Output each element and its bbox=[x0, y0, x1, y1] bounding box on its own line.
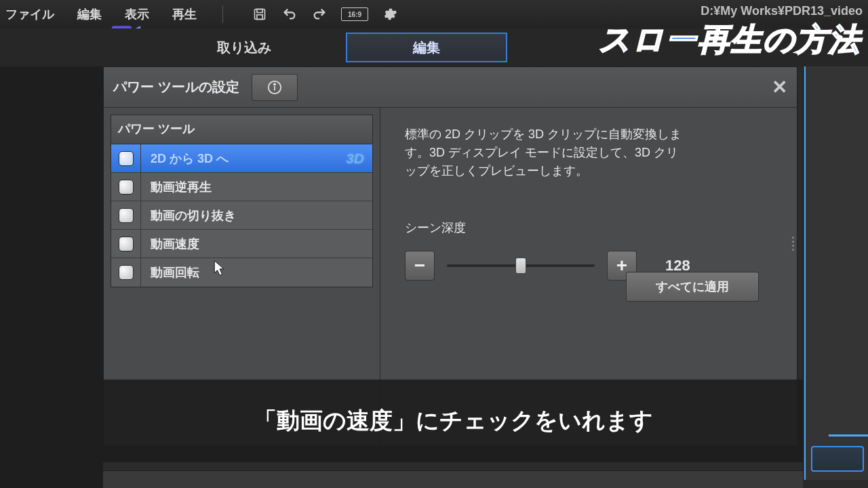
settings-icon[interactable] bbox=[382, 6, 398, 22]
checkbox[interactable] bbox=[111, 258, 141, 287]
preview-action-button[interactable] bbox=[811, 446, 864, 472]
menu-edit[interactable]: 編集 bbox=[77, 6, 102, 22]
slider-label: シーン深度 bbox=[405, 220, 772, 236]
panel-title: パワー ツールの設定 bbox=[113, 78, 239, 96]
tool-row-speed[interactable]: 動画速度 bbox=[111, 230, 372, 258]
panel-header: パワー ツールの設定 ✕ bbox=[104, 67, 797, 108]
tool-list: パワー ツール 2D から 3D へ 3D 動画逆再生 動画の切り抜き bbox=[111, 115, 373, 287]
tool-label: 動画速度 bbox=[141, 236, 372, 252]
tool-label: 動画逆再生 bbox=[141, 179, 372, 195]
menu-play[interactable]: 再生 bbox=[172, 6, 197, 22]
tool-description: 標準の 2D クリップを 3D クリップに自動変換します。3D ディスプレイ モ… bbox=[405, 125, 690, 180]
undo-icon[interactable] bbox=[281, 6, 298, 22]
tool-list-header: パワー ツール bbox=[111, 115, 372, 144]
checkbox[interactable] bbox=[111, 173, 141, 201]
close-icon[interactable]: ✕ bbox=[772, 76, 787, 98]
subtitle-text: 「動画の速度」にチェックをいれます bbox=[254, 405, 653, 436]
subtitle-bar: 「動画の速度」にチェックをいれます bbox=[103, 380, 803, 462]
left-strip bbox=[0, 0, 103, 488]
checkbox[interactable] bbox=[111, 230, 141, 258]
tab-edit[interactable]: 編集 bbox=[346, 33, 507, 62]
menu-file[interactable]: ファイル bbox=[5, 6, 54, 22]
tool-row-crop[interactable]: 動画の切り抜き bbox=[111, 201, 372, 230]
redo-icon[interactable] bbox=[311, 6, 328, 22]
info-button[interactable] bbox=[252, 74, 298, 101]
resize-grip-icon[interactable] bbox=[792, 237, 794, 251]
minus-button[interactable]: − bbox=[405, 251, 435, 281]
toolbar-icons: 16:9 bbox=[252, 6, 398, 22]
svg-rect-1 bbox=[257, 9, 262, 13]
separator bbox=[222, 5, 223, 23]
svg-point-6 bbox=[273, 83, 275, 85]
slider-track[interactable] bbox=[447, 264, 595, 267]
checkbox[interactable] bbox=[111, 144, 141, 172]
preview-pane bbox=[804, 66, 868, 480]
tool-row-reverse[interactable]: 動画逆再生 bbox=[111, 173, 372, 201]
tool-label: 動画の切り抜き bbox=[141, 207, 372, 224]
main-menu: ファイル 編集 表示 再生 16:9 bbox=[5, 5, 398, 23]
slider-thumb[interactable] bbox=[515, 258, 526, 274]
tool-label: 2D から 3D へ bbox=[141, 150, 346, 167]
tool-row-2d-to-3d[interactable]: 2D から 3D へ 3D bbox=[111, 144, 372, 173]
checkbox[interactable] bbox=[111, 201, 141, 229]
progress-line bbox=[829, 434, 868, 436]
badge-3d-icon: 3D bbox=[346, 150, 364, 167]
aspect-ratio-icon[interactable]: 16:9 bbox=[341, 7, 368, 21]
app-root: ファイル 編集 表示 再生 16:9 D:¥My Works¥PDR13_vid… bbox=[0, 0, 868, 488]
tab-import[interactable]: 取り込み bbox=[217, 39, 271, 57]
project-path: D:¥My Works¥PDR13_video bbox=[701, 4, 863, 18]
svg-rect-2 bbox=[257, 15, 262, 20]
tool-label: 動画回転 bbox=[141, 264, 372, 281]
apply-all-button[interactable]: すべてに適用 bbox=[626, 272, 759, 302]
timeline-area bbox=[103, 470, 803, 488]
cursor-icon bbox=[214, 260, 226, 277]
save-icon[interactable] bbox=[252, 6, 268, 22]
tool-row-rotate[interactable]: 動画回転 bbox=[111, 258, 372, 287]
overlay-title: スロー再生の方法 bbox=[599, 19, 861, 61]
